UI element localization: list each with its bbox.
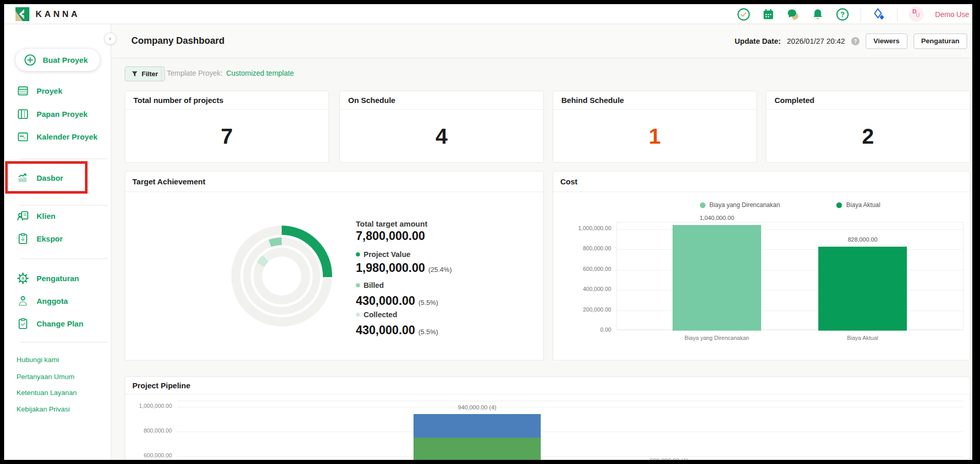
sidebar-item-change-plan[interactable]: Change Plan: [4, 313, 111, 334]
pipeline-stacked-bar-chart: 940,000.00 (4) 600,000.00 (1): [177, 401, 964, 460]
stat-card-completed: Completed 2: [766, 91, 970, 163]
brand-name: KANNA: [36, 9, 80, 20]
cost-legend: Biaya yang Direncanakan Biaya Aktual: [616, 201, 964, 209]
collected-label: Collected: [356, 311, 397, 319]
top-bar: KANNA: [4, 4, 972, 24]
update-date-help-icon[interactable]: ?: [851, 37, 859, 45]
pipeline-partial-label: 600,000.00 (1): [623, 457, 715, 460]
stat-card-value: 1: [553, 110, 757, 163]
sidebar-item-pengaturan[interactable]: Pengaturan: [4, 268, 111, 288]
sidebar-item-label: Anggota: [37, 297, 68, 305]
sidebar-item-ekspor[interactable]: Ekspor: [4, 228, 111, 249]
stat-card-title: Total number of projects: [125, 91, 329, 110]
notifications-bell-icon[interactable]: [811, 8, 824, 21]
update-date-label: Update Date:: [735, 37, 781, 45]
target-achievement-panel: Target Achievement Total target amount 7…: [125, 171, 544, 360]
pipeline-title: Project Pipeline: [125, 377, 970, 394]
sidebar-divider: [20, 259, 108, 259]
svg-text:?: ?: [840, 10, 845, 18]
user-name[interactable]: Demo Use: [935, 10, 969, 19]
dashboard-icon: [16, 171, 29, 184]
project-list-icon: [16, 84, 29, 97]
ai-sparkle-icon[interactable]: [872, 8, 886, 21]
project-value-dot: [356, 252, 360, 256]
topbar-divider: [861, 8, 861, 21]
viewers-button[interactable]: Viewers: [866, 33, 907, 49]
cost-panel: Cost Biaya yang Direncanakan Biaya Aktua…: [553, 171, 970, 360]
total-target-label: Total target amount: [356, 219, 427, 228]
settings-gear-icon: [16, 272, 29, 285]
cost-bar-chart: 1,040,000.00 828,000.00 Biaya yang Diren…: [616, 222, 964, 330]
change-plan-icon: [16, 317, 29, 330]
chat-icon[interactable]: [786, 8, 800, 21]
client-icon: [16, 210, 29, 222]
sidebar-item-papan-proyek[interactable]: Papan Proyek: [4, 104, 111, 124]
create-project-button[interactable]: Buat Proyek: [15, 49, 100, 71]
dashboard-settings-button[interactable]: Pengaturan: [914, 33, 967, 49]
sidebar-item-anggota[interactable]: Anggota: [4, 290, 111, 311]
sidebar-link-terms[interactable]: Ketentuan Layanan: [16, 389, 77, 397]
filter-button-label: Filter: [142, 70, 158, 78]
cost-x-label-planned: Biaya yang Direncanakan: [673, 335, 761, 341]
legend-item-planned-cost[interactable]: Biaya yang Direncanakan: [700, 201, 780, 209]
billed-label: Billed: [356, 281, 384, 289]
sidebar-link-contact[interactable]: Hubungi kami: [16, 356, 59, 364]
sidebar-link-faq[interactable]: Pertanyaan Umum: [16, 373, 75, 381]
project-value-percent: (25.4%): [428, 266, 452, 273]
actual-cost-bar-label: 828,000.00: [818, 236, 907, 243]
filter-funnel-icon: [131, 71, 138, 77]
sidebar-item-kalender-proyek[interactable]: Kalender Proyek: [4, 126, 111, 147]
kanna-logo[interactable]: KANNA: [15, 7, 80, 21]
sidebar-divider: [20, 342, 108, 342]
stat-card-title: Completed: [766, 91, 970, 110]
collected-percent: (5.5%): [419, 328, 438, 336]
cost-y-tick: 200,000.00: [553, 306, 611, 313]
target-achievement-donut-chart: [231, 226, 332, 326]
avatar-initial-bottom: U: [916, 12, 920, 18]
cost-title: Cost: [553, 171, 970, 192]
page-header: Company Dashboard Update Date: 2026/01/2…: [111, 24, 972, 58]
filter-separator: [161, 66, 162, 81]
user-avatar[interactable]: D U: [909, 7, 924, 22]
actual-cost-dot: [836, 202, 842, 208]
help-icon[interactable]: ?: [836, 8, 849, 21]
billed-dot: [356, 283, 360, 287]
sidebar-item-label: Change Plan: [37, 319, 83, 328]
pipeline-bar-segment-top: [414, 414, 541, 438]
sidebar-item-proyek[interactable]: Proyek: [4, 80, 111, 101]
template-label: Template Proyek:: [167, 69, 222, 77]
sidebar-collapse-button[interactable]: ‹: [104, 32, 116, 45]
project-value-label: Project Value: [356, 250, 410, 259]
project-calendar-icon: [16, 130, 29, 143]
calendar-icon[interactable]: [762, 8, 775, 21]
sidebar-item-label: Klien: [37, 212, 56, 220]
app-window: KANNA: [4, 4, 972, 460]
filter-button[interactable]: Filter: [125, 66, 165, 81]
legend-item-actual-cost[interactable]: Biaya Aktual: [836, 201, 880, 209]
pipeline-y-tick: 1,000,000.00: [125, 403, 172, 409]
cost-y-tick: 0.00: [553, 326, 611, 333]
pipeline-bar-segment-bottom: [414, 438, 541, 460]
total-target-value: 7,800,000.00: [356, 229, 425, 243]
tasks-check-icon[interactable]: [737, 8, 750, 21]
collected-amount: 430,000.00 (5.5%): [356, 323, 438, 337]
sidebar: Buat Proyek Proyek Papan Proyek: [4, 24, 111, 460]
sidebar-item-label: Dasbor: [37, 174, 63, 182]
plus-circle-icon: [24, 54, 37, 66]
pipeline-y-tick: 800,000.00: [125, 427, 172, 434]
stat-card-title: On Schedule: [340, 91, 543, 110]
sidebar-divider: [20, 159, 108, 159]
stat-card-behind-schedule: Behind Schedule 1: [553, 91, 757, 163]
kanna-logo-icon: [15, 7, 29, 21]
project-pipeline-panel: Project Pipeline 1,000,000.00 800,000.00…: [125, 376, 970, 460]
sidebar-item-dasbor[interactable]: Dasbor: [4, 167, 111, 188]
topbar-divider: [897, 8, 898, 21]
template-value-link[interactable]: Customized template: [226, 69, 294, 77]
actual-cost-bar: [818, 247, 907, 331]
sidebar-link-privacy[interactable]: Kebijakan Privasi: [16, 405, 70, 413]
stat-card-on-schedule: On Schedule 4: [339, 91, 544, 163]
sidebar-item-label: Pengaturan: [37, 274, 79, 283]
update-date-value: 2026/01/27 20:42: [787, 37, 845, 45]
sidebar-item-klien[interactable]: Klien: [4, 205, 111, 226]
cost-x-label-actual: Biaya Aktual: [818, 335, 907, 341]
